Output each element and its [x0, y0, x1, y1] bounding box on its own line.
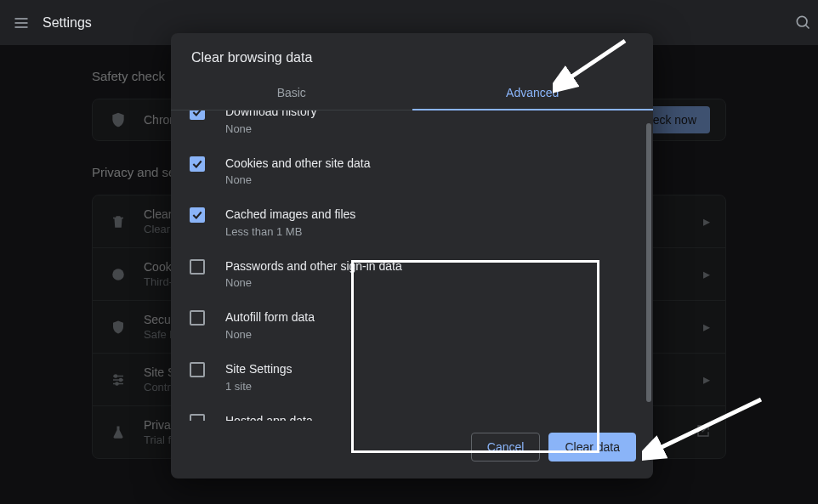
- dialog-tabs: Basic Advanced: [171, 76, 653, 110]
- checkbox[interactable]: [190, 362, 205, 377]
- option-subtitle: Less than 1 MB: [225, 225, 355, 238]
- clear-browsing-data-dialog: Clear browsing data Basic Advanced Downl…: [171, 33, 653, 479]
- options-scroll[interactable]: Download historyNoneCookies and other si…: [171, 110, 646, 421]
- trash-icon: [108, 214, 128, 229]
- checkbox[interactable]: [190, 110, 205, 120]
- option-row[interactable]: Cached images and filesLess than 1 MB: [171, 196, 646, 248]
- svg-point-5: [112, 269, 124, 280]
- svg-line-4: [806, 25, 809, 29]
- cookie-icon: [108, 267, 128, 282]
- option-row[interactable]: Cookies and other site dataNone: [171, 145, 646, 197]
- option-row[interactable]: Passwords and other sign-in dataNone: [171, 248, 646, 300]
- external-link-icon: [696, 424, 710, 441]
- search-icon[interactable]: [794, 14, 811, 34]
- option-row[interactable]: Download historyNone: [171, 110, 646, 145]
- tab-basic[interactable]: Basic: [171, 76, 412, 110]
- chevron-right-icon: ▸: [703, 319, 710, 335]
- chevron-right-icon: ▸: [703, 213, 710, 229]
- cancel-button[interactable]: Cancel: [471, 433, 541, 462]
- page-title: Settings: [43, 15, 92, 31]
- option-title: Cookies and other site data: [225, 156, 370, 173]
- option-title: Autofill form data: [225, 309, 315, 326]
- chevron-right-icon: ▸: [703, 266, 710, 282]
- option-title: Passwords and other sign-in data: [225, 258, 402, 275]
- option-subtitle: None: [225, 276, 402, 289]
- chevron-right-icon: ▸: [703, 371, 710, 388]
- option-row[interactable]: Site Settings1 site: [171, 351, 646, 403]
- svg-point-11: [116, 382, 118, 385]
- checkbox[interactable]: [190, 156, 205, 172]
- flask-icon: [108, 425, 128, 440]
- menu-icon[interactable]: [12, 14, 31, 32]
- option-title: Site Settings: [225, 361, 293, 378]
- tab-advanced[interactable]: Advanced: [412, 76, 654, 110]
- option-row[interactable]: Hosted app data1 app (Web Store): [171, 403, 646, 421]
- checkbox[interactable]: [190, 310, 205, 326]
- option-subtitle: None: [225, 122, 316, 135]
- option-title: Cached images and files: [225, 207, 355, 224]
- option-title: Hosted app data: [225, 413, 315, 421]
- shield-icon: [108, 111, 128, 128]
- svg-point-3: [797, 16, 807, 26]
- scrollbar[interactable]: [646, 123, 651, 402]
- option-row[interactable]: Autofill form dataNone: [171, 299, 646, 351]
- option-subtitle: 1 site: [225, 380, 293, 393]
- checkbox[interactable]: [190, 259, 205, 275]
- checkbox[interactable]: [190, 414, 205, 421]
- option-title: Download history: [225, 110, 316, 121]
- dialog-body: Download historyNoneCookies and other si…: [171, 110, 653, 421]
- checkbox[interactable]: [190, 207, 205, 223]
- option-subtitle: None: [225, 328, 315, 341]
- svg-point-9: [115, 375, 117, 377]
- svg-point-10: [120, 378, 122, 381]
- shield-icon: [108, 320, 128, 335]
- dialog-footer: Cancel Clear data: [171, 421, 653, 479]
- dialog-title: Clear browsing data: [171, 33, 653, 76]
- tune-icon: [108, 372, 128, 388]
- clear-data-button[interactable]: Clear data: [548, 433, 636, 462]
- option-subtitle: None: [225, 173, 370, 186]
